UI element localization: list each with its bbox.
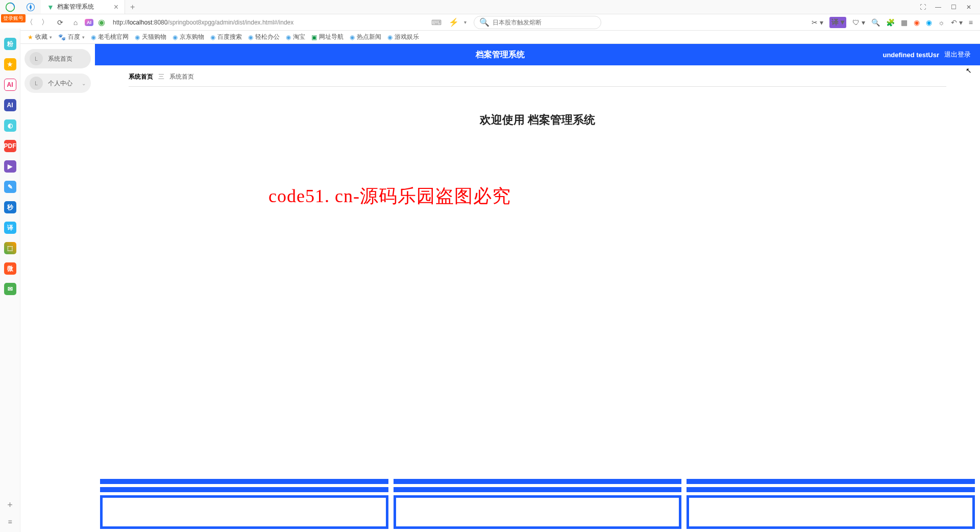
os-icon-12[interactable]: 微	[4, 262, 16, 275]
new-tab-button[interactable]: +	[125, 3, 140, 12]
bottom-grid	[95, 476, 980, 532]
apps-grid-icon[interactable]: ▦	[901, 18, 908, 27]
minimize-button[interactable]: —	[931, 2, 945, 12]
logout-link[interactable]: 退出登录	[944, 50, 971, 59]
grid-cell	[394, 479, 682, 484]
bookmark-item[interactable]: ◉轻松办公	[248, 33, 280, 41]
gear-icon[interactable]: ☼	[938, 18, 945, 27]
search-icon: 🔍	[479, 17, 489, 27]
avatar-icon: L	[30, 77, 43, 90]
bookmark-item[interactable]: ▣网址导航	[311, 33, 344, 41]
undo-icon[interactable]: ↶ ▾	[951, 18, 963, 27]
globe-icon: ◉	[248, 34, 253, 41]
os-icon-11[interactable]: ⬚	[4, 242, 16, 254]
ai-badge-icon[interactable]: AI	[85, 19, 93, 26]
list-icon[interactable]: ≡	[8, 518, 12, 526]
app-header: 档案管理系统 undefined testUsr 退出登录 ↖	[95, 44, 980, 65]
watermark-text: code51. cn-源码乐园盗图必究	[268, 184, 511, 209]
globe-icon: ◉	[350, 34, 355, 41]
menu-icon[interactable]: ≡	[969, 18, 973, 27]
puzzle-icon[interactable]: 🧩	[886, 18, 895, 27]
vue-favicon-icon: ▼	[47, 3, 54, 11]
browser-tab-strip: ▼ 档案管理系统 × + ⛶ — ☐ ✕	[0, 0, 980, 14]
forward-button[interactable]: 〉	[39, 16, 51, 29]
bookmark-item[interactable]: ◉天猫购物	[135, 33, 166, 41]
sidebar-item-personal[interactable]: L 个人中心 ⌄	[24, 74, 91, 93]
browser-tab-active[interactable]: ▼ 档案管理系统 ×	[41, 0, 125, 14]
zoom-icon[interactable]: 🔍	[871, 18, 880, 27]
search-input[interactable]	[493, 19, 596, 26]
globe-icon[interactable]: ◉	[926, 18, 932, 27]
grid-cell	[394, 487, 682, 492]
paw-icon: 🐾	[58, 34, 66, 41]
pip-button[interactable]: ⛶	[916, 2, 930, 12]
globe-icon: ◉	[91, 34, 96, 41]
os-icon-4[interactable]: AI	[4, 99, 16, 111]
green-square-icon: ▣	[311, 34, 317, 41]
bookmark-item[interactable]: ◉老毛桃官网	[91, 33, 129, 41]
breadcrumb: 系统首页 三 系统首页	[95, 65, 980, 84]
bookmark-item[interactable]: 🐾百度 ▾	[58, 33, 85, 41]
chevron-down-icon: ⌄	[82, 81, 86, 86]
url-port: :8080	[152, 19, 167, 26]
os-icon-7[interactable]: ▶	[4, 160, 16, 173]
chevron-down-icon[interactable]: ▾	[464, 19, 467, 25]
grid-cell	[394, 495, 682, 529]
keyboard-icon[interactable]: ⌨	[429, 18, 444, 27]
scissors-icon[interactable]: ✂ ▾	[812, 18, 823, 27]
login-badge[interactable]: 登录账号	[1, 14, 26, 22]
maximize-button[interactable]: ☐	[946, 2, 961, 12]
app-main: 档案管理系统 undefined testUsr 退出登录 ↖ 系统首页 三 系…	[95, 44, 980, 532]
os-icon-1[interactable]: 粉	[4, 38, 16, 50]
star-icon: ★	[28, 34, 33, 41]
tab-title: 档案管理系统	[57, 3, 111, 11]
bookmark-item[interactable]: ◉游戏娱乐	[387, 33, 419, 41]
welcome-heading: 欢迎使用 档案管理系统	[95, 112, 980, 128]
shield-orange-icon[interactable]: 🛡 ▾	[852, 18, 865, 27]
sidebar-item-label: 系统首页	[48, 55, 72, 63]
breadcrumb-root[interactable]: 系统首页	[129, 72, 153, 81]
translate-icon[interactable]: 译 ▾	[829, 17, 846, 28]
bookmark-item[interactable]: ◉热点新闻	[350, 33, 381, 41]
grid-cell	[687, 487, 975, 492]
bookmark-item[interactable]: ◉淘宝	[286, 33, 305, 41]
bookmark-item[interactable]: ◉京东购物	[173, 33, 204, 41]
breadcrumb-current: 系统首页	[169, 72, 194, 81]
breadcrumb-sep-icon: 三	[158, 72, 164, 81]
close-window-button[interactable]: ✕	[962, 2, 976, 12]
url-input[interactable]: http://localhost:8080/springboot8xpgg/ad…	[110, 19, 426, 26]
os-icon-8[interactable]: ✎	[4, 181, 16, 193]
globe-icon: ◉	[210, 34, 215, 41]
home-button[interactable]: ⌂	[69, 16, 82, 29]
sidebar-item-home[interactable]: L 系统首页	[24, 49, 91, 68]
tab-close-icon[interactable]: ×	[114, 3, 118, 12]
compass-icon[interactable]	[20, 3, 41, 12]
os-icon-9[interactable]: 秒	[4, 201, 16, 213]
globe-icon: ◉	[135, 34, 140, 41]
url-path: /springboot8xpgg/admin/dist/index.html#/…	[167, 19, 293, 26]
os-icon-6[interactable]: PDF	[4, 140, 16, 152]
grid-cell	[687, 495, 975, 529]
bookmark-favorites[interactable]: ★收藏 ▾	[28, 33, 52, 41]
user-name: undefined testUsr	[883, 51, 939, 59]
shield-icon[interactable]: ◉	[96, 17, 107, 27]
os-icon-13[interactable]: ✉	[4, 283, 16, 295]
lightning-icon[interactable]: ⚡	[447, 17, 461, 27]
sidebar-item-label: 个人中心	[48, 79, 72, 88]
bookmarks-bar: ★收藏 ▾ 🐾百度 ▾ ◉老毛桃官网 ◉天猫购物 ◉京东购物 ◉百度搜索 ◉轻松…	[0, 31, 980, 44]
app-title: 档案管理系统	[476, 50, 525, 60]
os-icon-5[interactable]: ◐	[4, 119, 16, 132]
reload-button[interactable]: ⟳	[54, 16, 66, 29]
os-icon-3[interactable]: AI	[4, 79, 16, 91]
window-controls: ⛶ — ☐ ✕	[916, 2, 980, 12]
os-icon-2[interactable]: ★	[4, 58, 16, 70]
os-icon-10[interactable]: 译	[4, 222, 16, 234]
url-scheme: http://	[113, 19, 128, 26]
grid-cell	[100, 495, 388, 529]
address-bar-row: 〈 〉 ⟳ ⌂ AI ◉ http://localhost:8080/sprin…	[0, 14, 980, 31]
add-icon[interactable]: +	[7, 500, 13, 511]
bookmark-item[interactable]: ◉百度搜索	[210, 33, 242, 41]
content-area: 欢迎使用 档案管理系统 code51. cn-源码乐园盗图必究	[95, 87, 980, 532]
search-box[interactable]: 🔍	[474, 16, 601, 29]
circle-icon[interactable]: ◉	[914, 18, 920, 27]
